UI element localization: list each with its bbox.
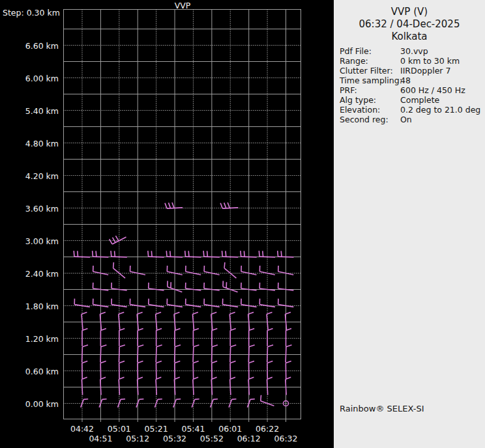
- time-label: 06:22: [252, 424, 283, 434]
- wind-barb-tick: [263, 251, 263, 257]
- wind-barb-tick: [249, 345, 255, 347]
- parameter-row: Pdf File:30.vvp: [334, 46, 485, 56]
- wind-barb-tick: [176, 399, 181, 400]
- altitude-label: 3.00 km: [0, 236, 59, 247]
- wind-barb-tick: [286, 361, 291, 363]
- wind-barb-shaft: [248, 315, 250, 330]
- wind-barb-tick: [119, 361, 125, 363]
- wind-barb-tick: [172, 203, 174, 208]
- wind-barb-shaft: [229, 315, 231, 330]
- wind-barb-tick: [119, 345, 125, 347]
- wind-barb-tick: [222, 251, 223, 257]
- parameter-row: Time sampling:48: [334, 76, 485, 85]
- wind-barb-shaft: [119, 315, 120, 330]
- wind-barb-shaft: [261, 401, 274, 406]
- wind-barb-tick: [138, 361, 143, 363]
- parameter-row: Range:0 km to 30 km: [334, 56, 485, 66]
- parameter-value: On: [400, 115, 412, 124]
- parameter-row: Clutter Filter:IIRDoppler 7: [334, 66, 485, 76]
- wind-barb-tick: [139, 399, 143, 400]
- wind-barb-shaft: [149, 257, 164, 257]
- time-label: 06:32: [271, 434, 302, 443]
- wind-barb-shaft: [248, 347, 249, 363]
- wind-barb-shaft: [100, 347, 101, 363]
- wind-barb-shaft: [82, 347, 83, 363]
- time-label: 05:01: [104, 424, 135, 434]
- wind-barb-tick: [158, 399, 162, 400]
- parameter-value: 30.vvp: [400, 46, 428, 56]
- wind-barb-tick: [113, 262, 114, 268]
- wind-barb-tick: [248, 361, 254, 363]
- wind-barb-tick: [250, 399, 255, 400]
- wind-barb-tick: [267, 361, 272, 363]
- wind-barb-tick: [232, 399, 237, 400]
- wind-barb-tick: [165, 203, 167, 208]
- wind-barb-shaft: [137, 315, 138, 330]
- wind-barb-tick: [93, 251, 93, 257]
- wind-barb-tick: [101, 345, 107, 347]
- parameter-label: Elevation:: [340, 105, 380, 115]
- wind-barb-tick: [121, 399, 125, 400]
- time-label: 05:21: [141, 424, 172, 434]
- vvp-window: VVP Step: 0.30 km 6.60 km6.00 km5.40 km4…: [0, 0, 485, 448]
- parameter-value: Complete: [400, 95, 439, 105]
- time-label: 05:12: [122, 434, 153, 443]
- wind-barb-tick: [212, 361, 217, 363]
- wind-barb-shaft: [93, 257, 108, 257]
- wind-barb-tick: [278, 251, 278, 257]
- time-label: 04:42: [66, 424, 98, 434]
- panel-site: Kolkata: [334, 31, 485, 42]
- wind-barb-shaft: [192, 315, 194, 330]
- altitude-label: 3.60 km: [0, 204, 59, 214]
- wind-barb-tick: [244, 251, 244, 257]
- panel-datetime: 06:32 / 04-Dec-2025: [334, 18, 485, 30]
- wind-barb-shaft: [74, 257, 90, 257]
- wind-barb-tick: [268, 345, 274, 347]
- wind-barb-shaft: [259, 257, 275, 257]
- wind-barb-tick: [261, 395, 261, 401]
- wind-barb-shaft: [267, 315, 268, 330]
- altitude-label: 1.20 km: [0, 334, 59, 344]
- time-label: 05:41: [177, 424, 209, 434]
- wind-barb-tick: [175, 361, 180, 363]
- wind-barb-shaft: [185, 257, 201, 257]
- wind-profile-chart: VVP Step: 0.30 km 6.60 km6.00 km5.40 km4…: [0, 0, 334, 448]
- altitude-label: 1.80 km: [0, 301, 59, 312]
- wind-barb-tick: [203, 251, 204, 257]
- wind-barb-tick: [281, 251, 282, 257]
- parameter-label: Clutter Filter:: [340, 66, 393, 76]
- time-label: 05:52: [196, 434, 228, 443]
- parameter-value: 0 km to 30 km: [400, 56, 460, 66]
- wind-barb-shaft: [138, 347, 138, 363]
- wind-barb-tick: [78, 251, 78, 257]
- wind-barb-tick: [82, 361, 87, 363]
- wind-barb-tick: [148, 251, 149, 257]
- wind-barb-tick: [96, 251, 96, 257]
- wind-barb-shaft: [259, 272, 274, 275]
- parameter-value: 600 Hz / 450 Hz: [400, 85, 465, 95]
- parameter-value: 0.2 deg to 21.0 deg: [400, 105, 480, 115]
- wind-barb-tick: [213, 399, 218, 400]
- altitude-label: 0.60 km: [0, 367, 59, 377]
- wind-barb-tick: [151, 251, 152, 257]
- wind-barb-tick: [175, 345, 181, 347]
- wind-barb-tick: [241, 251, 241, 257]
- wind-barb-tick: [207, 251, 208, 257]
- wind-barb-shaft: [111, 257, 127, 257]
- wind-barb-shaft: [241, 257, 257, 257]
- parameter-label: Second reg:: [340, 115, 389, 124]
- wind-barb-tick: [226, 251, 226, 257]
- wind-barb-shaft: [156, 315, 157, 330]
- altitude-label: 6.00 km: [0, 74, 59, 84]
- wind-barb-shaft: [285, 315, 286, 330]
- wind-barb-tick: [110, 239, 113, 244]
- parameter-label: Alg type:: [340, 95, 376, 105]
- wind-barb-shaft: [278, 257, 294, 257]
- parameter-label: PRF:: [340, 85, 357, 95]
- wind-barb-tick: [212, 345, 218, 347]
- parameter-label: Range:: [340, 56, 368, 66]
- parameter-row: Second reg:On: [334, 115, 485, 124]
- wind-barb-tick: [115, 236, 119, 241]
- wind-barb-shaft: [230, 347, 231, 363]
- wind-barb-tick: [286, 345, 292, 347]
